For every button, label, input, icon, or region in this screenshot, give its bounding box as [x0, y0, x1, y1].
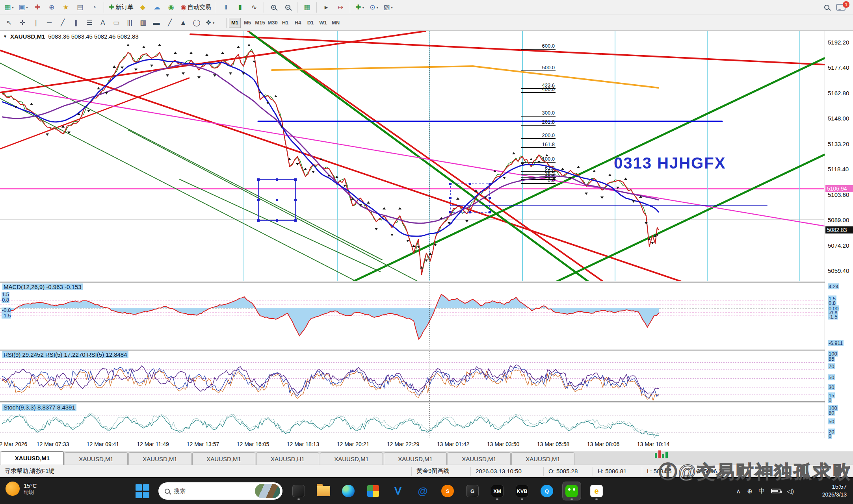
equidistant-channel-tool-button[interactable]: ∥: [69, 17, 83, 29]
trendline-tool-button[interactable]: ╱: [56, 17, 69, 29]
macd-pane[interactable]: [0, 283, 825, 349]
auto-scroll-button[interactable]: ▸: [320, 2, 333, 13]
new-order-button[interactable]: ✚新订单: [107, 2, 135, 13]
bar-chart-button[interactable]: ‖: [219, 2, 232, 13]
chart-tab[interactable]: XAUUSD,M1: [1, 451, 64, 465]
taskbar-icon-dark-app[interactable]: G: [463, 482, 481, 500]
tray-language[interactable]: 中: [758, 487, 765, 495]
profiles-button[interactable]: ▣▾: [17, 2, 30, 13]
arrow-shape-tool-button[interactable]: ▲: [177, 17, 190, 29]
chart-tab[interactable]: XAUUSD,M1: [384, 452, 447, 465]
chevron-down-icon: ▾: [391, 6, 393, 9]
timeframe-w1-button[interactable]: W1: [317, 18, 329, 28]
metaeditor-button[interactable]: ◆: [136, 2, 149, 13]
chart-tab[interactable]: XAUUSD,M1: [448, 452, 511, 465]
gann-tools-tool-button[interactable]: ▥: [136, 17, 150, 29]
vertical-line-tool-button[interactable]: ❘: [29, 17, 43, 29]
autotrading-icon: ◉: [180, 3, 186, 11]
timeframe-h1-button[interactable]: H1: [279, 18, 291, 28]
text-tool-button[interactable]: A: [96, 17, 110, 29]
taskbar-icon-snipping-app[interactable]: [290, 482, 308, 500]
chevron-down-icon[interactable]: ▼: [3, 34, 7, 39]
market-watch-button[interactable]: ✚: [31, 2, 44, 13]
line-chart-button[interactable]: ∿: [247, 2, 261, 13]
taskbar-clock[interactable]: 15:57 2026/3/13: [822, 483, 847, 498]
chart-shift-button[interactable]: ↦: [334, 2, 347, 13]
timeframe-mn-button[interactable]: MN: [330, 18, 342, 28]
stoch-chart[interactable]: [0, 403, 825, 438]
timeframe-h4-button[interactable]: H4: [292, 18, 304, 28]
chart-tab[interactable]: XAUUSD,M1: [128, 452, 191, 465]
taskbar-icon-q-app[interactable]: Q: [538, 482, 556, 500]
stoch-pane[interactable]: [0, 403, 825, 438]
chart-tab[interactable]: XAUUSD,M1: [320, 452, 383, 465]
chart-tab[interactable]: XAUUSD,M1: [192, 452, 255, 465]
zoom-out-button[interactable]: −: [281, 2, 294, 13]
timeframe-m5-button[interactable]: M5: [242, 18, 253, 28]
tray-chevron-up-icon[interactable]: ∧: [736, 487, 741, 495]
tray-globe-icon[interactable]: ⊕: [747, 487, 752, 495]
strategy-tester-button[interactable]: ◔: [87, 2, 101, 13]
text-label-tool-button[interactable]: ▭: [110, 17, 123, 29]
toolbar-search-button[interactable]: [820, 2, 833, 13]
timeframe-m15-button[interactable]: M15: [254, 18, 266, 28]
rsi-chart[interactable]: [0, 351, 825, 401]
time-axis-label: 13 Mar 03:50: [487, 441, 520, 447]
ellipse-tool-button[interactable]: ◯: [190, 17, 203, 29]
templates-button[interactable]: ▧▾: [381, 2, 395, 13]
terminal-button[interactable]: ▤: [73, 2, 87, 13]
macd-chart[interactable]: [0, 283, 825, 349]
indicators-button[interactable]: ✚▾: [353, 2, 366, 13]
shape-line-tool-button[interactable]: ╱: [163, 17, 177, 29]
timeframe-d1-button[interactable]: D1: [305, 18, 316, 28]
cursor-tool-button[interactable]: ↖: [2, 17, 16, 29]
chart-annotation-text[interactable]: 0313 HJHGFX: [614, 154, 726, 172]
rsi-pane[interactable]: [0, 351, 825, 401]
price-axis[interactable]: 5192.205177.405162.805148.005133.205118.…: [825, 31, 853, 438]
community-button[interactable]: ☁: [150, 2, 164, 13]
crosshair-tool-button[interactable]: ✛: [16, 17, 29, 29]
taskbar-icon-file-explorer[interactable]: [314, 482, 333, 500]
alerts-button[interactable]: ◉: [164, 2, 178, 13]
chart-tab[interactable]: XAUUSD,M1: [65, 452, 128, 465]
start-button[interactable]: [135, 484, 150, 498]
tray-volume-icon[interactable]: ◁): [787, 487, 794, 495]
candlestick-chart-button[interactable]: ▮: [233, 2, 247, 13]
taskbar-icon-microsoft-edge[interactable]: [339, 482, 357, 500]
macd-label[interactable]: MACD(12,26,9) -0.963 -0.153: [2, 284, 83, 290]
taskbar-icon-wechat[interactable]: [563, 482, 581, 500]
autotrading-button[interactable]: ◉自动交易: [178, 2, 213, 13]
taskbar-icon-kvb-app[interactable]: KVB: [513, 482, 531, 500]
data-window-button[interactable]: ⊕: [45, 2, 58, 13]
taskbar-weather-widget[interactable]: 15°C 晴朗: [6, 482, 37, 496]
zoom-in-button[interactable]: +: [267, 2, 280, 13]
taskbar-icon-microsoft-365[interactable]: [364, 482, 382, 500]
more-shapes-tool-button[interactable]: ❖▾: [203, 17, 217, 29]
rectangle-tool-button[interactable]: ▬: [150, 17, 163, 29]
tray-battery-icon[interactable]: [771, 489, 781, 493]
time-axis[interactable]: 12 Mar 202612 Mar 07:3312 Mar 09:4112 Ma…: [0, 438, 825, 451]
status-open: O: 5085.28: [544, 467, 593, 476]
tile-windows-button[interactable]: ▦: [300, 2, 314, 13]
timeframe-m30-button[interactable]: M30: [267, 18, 279, 28]
taskbar-icon-exness-app[interactable]: e: [587, 482, 606, 500]
search-highlight-image[interactable]: [255, 484, 280, 498]
stoch-label[interactable]: Stoch(9,3,3) 8.8377 8.4391: [2, 404, 76, 411]
macd-axis-label: -1.5: [828, 314, 838, 320]
chat-button[interactable]: 1: [834, 2, 847, 13]
horizontal-line-tool-button[interactable]: ─: [43, 17, 56, 29]
taskbar-icon-v-app[interactable]: V: [389, 482, 407, 500]
cycle-lines-tool-button[interactable]: |||: [123, 17, 136, 29]
timeframe-m1-button[interactable]: M1: [229, 18, 241, 28]
periods-button[interactable]: ⊙▾: [367, 2, 381, 13]
taskbar-search[interactable]: 搜索: [158, 482, 282, 500]
navigator-button[interactable]: ★: [59, 2, 72, 13]
rsi-label[interactable]: RSI(9) 29.2452 RSI(5) 17.2270 RSI(5) 12.…: [2, 351, 128, 358]
chart-tab[interactable]: XAUUSD,M1: [511, 452, 574, 465]
chart-tab[interactable]: XAUUSD,H1: [256, 452, 319, 465]
taskbar-icon-orange-chat-app[interactable]: S: [439, 482, 457, 500]
taskbar-icon-xm-app[interactable]: XM: [488, 482, 506, 500]
fibonacci-retracement-tool-button[interactable]: ☰: [83, 17, 96, 29]
new-chart-button[interactable]: ▦▾: [2, 2, 16, 13]
taskbar-icon-alipay-app[interactable]: @: [414, 482, 432, 500]
